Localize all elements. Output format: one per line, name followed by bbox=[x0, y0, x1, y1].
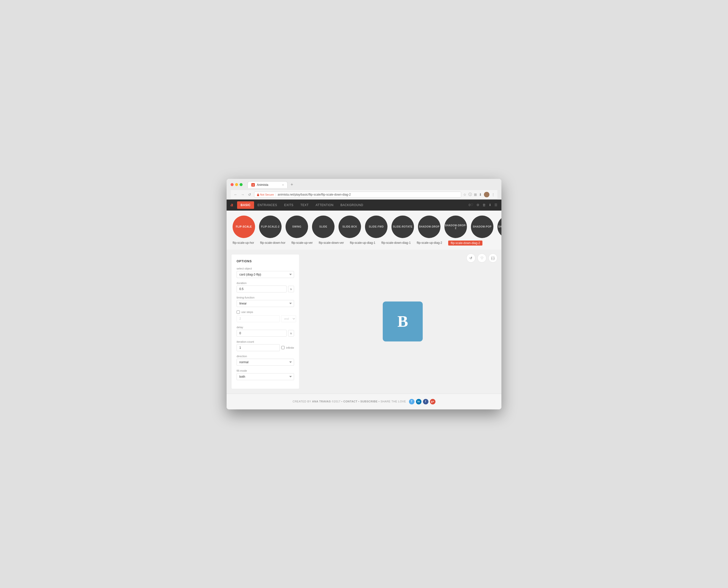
save-icon[interactable]: ⬇ bbox=[479, 193, 482, 196]
footer-subscribe[interactable]: SUBSCRIBE bbox=[360, 400, 377, 403]
nav-item-background[interactable]: BACKGROUND bbox=[337, 201, 367, 209]
linkedin-icon[interactable]: in bbox=[416, 399, 421, 404]
direction-label: direction bbox=[236, 355, 294, 358]
infinite-label: infinite bbox=[286, 346, 294, 349]
circle-label-shadow-pop: SHADOW-POP bbox=[471, 215, 494, 238]
tab-close-button[interactable]: × bbox=[282, 183, 284, 186]
preview-area: ↺ ♡ {·} B bbox=[304, 250, 501, 394]
animated-card: B bbox=[383, 301, 423, 341]
back-button[interactable]: ← bbox=[233, 193, 238, 196]
steps-input[interactable] bbox=[236, 315, 279, 322]
close-button[interactable] bbox=[231, 183, 234, 186]
address-bar[interactable]: Not Secure | animista.net/play/basic/fli… bbox=[254, 192, 461, 197]
avatar[interactable] bbox=[484, 192, 490, 197]
fill-mode-dropdown[interactable]: bothnoneforwardsbackwards bbox=[236, 373, 294, 380]
address-url: animista.net/play/basic/flip-scale/flip-… bbox=[277, 193, 351, 196]
nav-item-basic[interactable]: BASIC bbox=[237, 201, 254, 209]
duration-input[interactable] bbox=[236, 286, 287, 293]
circle-flip-scale[interactable]: FLIP-SCALE bbox=[233, 215, 255, 238]
footer: CREATED BY ANA TRAVAS ©2017 • CONTACT • … bbox=[227, 394, 501, 410]
app-logo: a bbox=[231, 202, 233, 208]
code-button[interactable]: {·} bbox=[488, 254, 497, 262]
google-plus-icon[interactable]: g+ bbox=[430, 399, 435, 404]
duration-unit-select[interactable]: s bbox=[288, 286, 294, 292]
fill-mode-label: fill-mode bbox=[236, 369, 294, 372]
nav-item-attention[interactable]: ATTENTION bbox=[312, 201, 337, 209]
main-content: OPTIONS select object card (diag-2-flip)… bbox=[227, 250, 501, 394]
bookmark-icon[interactable]: ☆ bbox=[463, 193, 466, 196]
circle-label-shadow-inset: SHADOW-INSET bbox=[497, 215, 501, 238]
sub-anim-flip-scale-down-diag-1[interactable]: flip-scale-down-diag-1 bbox=[381, 240, 411, 246]
iteration-count-label: iteration-count bbox=[236, 340, 294, 343]
twitter-icon[interactable]: T bbox=[409, 399, 414, 404]
sub-anim-flip-scale-up-diag-2[interactable]: flip-scale-up-diag-2 bbox=[417, 240, 442, 246]
select-object-label: select object bbox=[236, 267, 294, 270]
tab-title: Animista bbox=[257, 183, 268, 187]
iteration-count-input[interactable] bbox=[236, 344, 280, 351]
nav-right: 0♡ ⚙ 🗑 ⬇ ☰ bbox=[469, 203, 497, 207]
card-letter: B bbox=[397, 312, 408, 331]
maximize-button[interactable] bbox=[240, 183, 243, 186]
facebook-icon[interactable]: f bbox=[423, 399, 429, 404]
steps-unit-select[interactable]: endstart bbox=[281, 315, 296, 322]
circle-shadow-inset[interactable]: SHADOW-INSET bbox=[497, 215, 501, 238]
circle-slide-rotate[interactable]: SLIDE-ROTATE bbox=[392, 215, 414, 238]
sub-anim-flip-scale-up-hor[interactable]: flip-scale-up-hor bbox=[233, 240, 254, 246]
download-icon[interactable]: ⬇ bbox=[488, 203, 492, 207]
hamburger-icon[interactable]: ☰ bbox=[494, 203, 497, 207]
browser-tab[interactable]: a Animista × bbox=[248, 181, 288, 188]
replay-button[interactable]: ↺ bbox=[466, 254, 475, 262]
direction-dropdown[interactable]: normalreversealternatealternate-reverse bbox=[236, 359, 294, 366]
footer-copyright: ©2017 bbox=[332, 400, 340, 403]
duration-label: duration bbox=[236, 281, 294, 285]
nav-item-text[interactable]: TEXT bbox=[297, 201, 312, 209]
address-bar-row: ← → ↺ Not Secure | animista.net/play/bas… bbox=[231, 190, 497, 199]
sub-anim-flip-scale-down-ver[interactable]: flip-scale-down-ver bbox=[319, 240, 344, 246]
footer-author[interactable]: ANA TRAVAS bbox=[312, 400, 331, 403]
iteration-count-row: infinite bbox=[236, 344, 294, 351]
steps-row: endstart bbox=[236, 315, 294, 322]
layers-icon[interactable]: ⊞ bbox=[474, 193, 477, 196]
sub-anim-flip-scale-up-ver[interactable]: flip-scale-up-ver bbox=[291, 240, 313, 246]
new-tab-button[interactable]: + bbox=[289, 182, 295, 187]
options-title: OPTIONS bbox=[236, 259, 294, 263]
circle-shadow-drop[interactable]: SHADOW-DROP bbox=[418, 215, 440, 238]
sub-anim-flip-scale-down-hor[interactable]: flip-scale-down-hor bbox=[260, 240, 285, 246]
info-icon[interactable]: ⓘ bbox=[469, 192, 472, 197]
circle-shadow-pop[interactable]: SHADOW-POP bbox=[471, 215, 494, 238]
sub-animations: flip-scale-up-hor flip-scale-down-hor fl… bbox=[227, 238, 501, 250]
circle-label-swing: SWING bbox=[286, 215, 308, 238]
delay-input[interactable] bbox=[236, 330, 287, 337]
infinite-checkbox[interactable] bbox=[281, 346, 285, 349]
circle-slide-fwd[interactable]: SLIDE-FWD bbox=[365, 215, 388, 238]
circle-slide-bck[interactable]: SLIDE-BCK bbox=[338, 215, 361, 238]
use-steps-checkbox[interactable] bbox=[236, 311, 240, 314]
favorites-count: 0♡ bbox=[469, 203, 474, 207]
sub-anim-flip-scale-up-diag-1[interactable]: flip-scale-up-diag-1 bbox=[350, 240, 375, 246]
circle-label-slide-bck: SLIDE-BCK bbox=[338, 215, 361, 238]
footer-contact[interactable]: CONTACT bbox=[343, 400, 357, 403]
circle-slide[interactable]: SLIDE bbox=[312, 215, 334, 238]
app-nav: a BASIC ENTRANCES EXITS TEXT ATTENTION B… bbox=[227, 200, 501, 211]
tab-favicon: a bbox=[251, 183, 255, 187]
circle-shadow-drop-2[interactable]: SHADOW-DROP-2 bbox=[444, 215, 467, 238]
minimize-button[interactable] bbox=[235, 183, 238, 186]
nav-item-exits[interactable]: EXITS bbox=[280, 201, 297, 209]
circle-swing[interactable]: SWING bbox=[286, 215, 308, 238]
trash-icon[interactable]: 🗑 bbox=[482, 203, 486, 207]
filter-icon[interactable]: ⚙ bbox=[476, 203, 479, 207]
timing-function-dropdown[interactable]: lineareaseease-inease-outease-in-out bbox=[236, 300, 294, 307]
nav-item-entrances[interactable]: ENTRANCES bbox=[254, 201, 281, 209]
favorite-button[interactable]: ♡ bbox=[477, 254, 486, 262]
circle-label-slide-fwd: SLIDE-FWD bbox=[365, 215, 388, 238]
use-steps-label: use steps bbox=[241, 311, 253, 314]
delay-unit-select[interactable]: s bbox=[288, 330, 294, 336]
circle-label-slide-rotate: SLIDE-ROTATE bbox=[392, 215, 414, 238]
menu-icon[interactable]: ⋮ bbox=[492, 193, 495, 196]
select-object-dropdown[interactable]: card (diag-2-flip)cardtext bbox=[236, 271, 294, 278]
circle-flip-scale-2[interactable]: FLIP-SCALE-2 bbox=[259, 215, 282, 238]
forward-button[interactable]: → bbox=[240, 193, 245, 196]
security-indicator: Not Secure bbox=[257, 193, 274, 196]
refresh-button[interactable]: ↺ bbox=[247, 193, 252, 196]
sub-anim-flip-scale-down-diag-2[interactable]: flip-scale-down-diag-2 bbox=[448, 240, 482, 246]
